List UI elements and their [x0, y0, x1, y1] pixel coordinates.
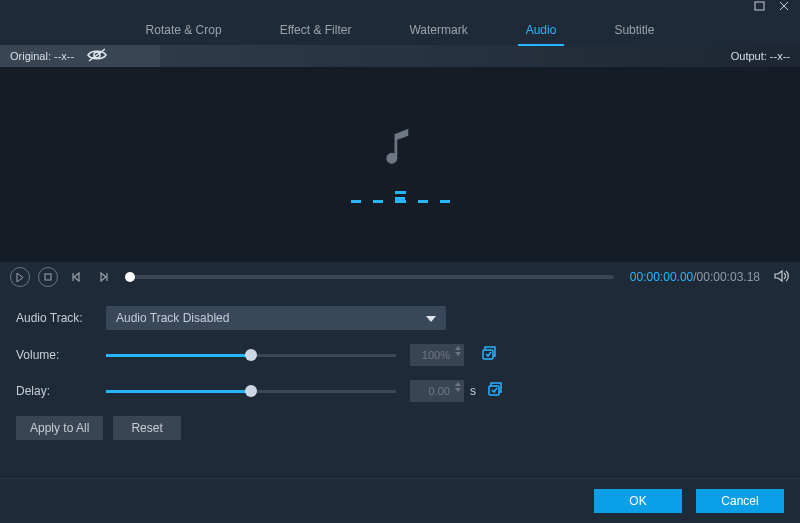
controls-panel: Audio Track: Audio Track Disabled Volume…: [0, 292, 800, 450]
time-current: 00:00:00.00: [630, 270, 693, 284]
volume-slider[interactable]: [106, 349, 396, 361]
svg-rect-5: [45, 274, 51, 280]
delay-label: Delay:: [16, 384, 106, 398]
equalizer-icon: [351, 189, 450, 203]
tab-effect-filter[interactable]: Effect & Filter: [280, 23, 352, 45]
audio-track-select[interactable]: Audio Track Disabled: [106, 306, 446, 330]
window-controls: [0, 0, 800, 15]
footer: OK Cancel: [0, 478, 800, 523]
svg-rect-8: [483, 350, 493, 359]
play-button[interactable]: [10, 267, 30, 287]
delay-up[interactable]: [455, 382, 461, 386]
delay-reset-icon[interactable]: [486, 382, 502, 401]
tab-bar: Rotate & Crop Effect & Filter Watermark …: [0, 15, 800, 45]
delay-value-box[interactable]: 0.00: [410, 380, 464, 402]
volume-up[interactable]: [455, 346, 461, 350]
transport-bar: 00:00:00.00/00:00:03.18: [0, 262, 800, 292]
volume-label: Volume:: [16, 348, 106, 362]
scrub-bar[interactable]: [130, 275, 614, 279]
tab-rotate-crop[interactable]: Rotate & Crop: [146, 23, 222, 45]
delay-down[interactable]: [455, 388, 461, 392]
volume-icon[interactable]: [774, 269, 790, 286]
audio-track-value: Audio Track Disabled: [116, 311, 229, 325]
prev-button[interactable]: [66, 267, 86, 287]
delay-value: 0.00: [429, 385, 450, 397]
close-icon[interactable]: [778, 0, 790, 15]
audio-track-label: Audio Track:: [16, 311, 106, 325]
svg-rect-0: [755, 2, 764, 10]
time-display: 00:00:00.00/00:00:03.18: [630, 270, 760, 284]
tab-audio[interactable]: Audio: [526, 23, 557, 45]
tab-subtitle[interactable]: Subtitle: [614, 23, 654, 45]
info-bar: Original: --x-- Output: --x--: [0, 45, 800, 67]
next-button[interactable]: [94, 267, 114, 287]
chevron-down-icon: [426, 311, 436, 325]
reset-button[interactable]: Reset: [113, 416, 180, 440]
delay-slider[interactable]: [106, 385, 396, 397]
preview-toggle-icon[interactable]: [86, 48, 108, 64]
stop-button[interactable]: [38, 267, 58, 287]
tab-watermark[interactable]: Watermark: [409, 23, 467, 45]
output-dimensions: Output: --x--: [731, 50, 790, 62]
volume-reset-icon[interactable]: [480, 346, 496, 365]
apply-to-all-button[interactable]: Apply to All: [16, 416, 103, 440]
maximize-icon[interactable]: [754, 0, 766, 15]
delay-unit: s: [470, 384, 476, 398]
ok-button[interactable]: OK: [594, 489, 682, 513]
time-total: 00:00:03.18: [697, 270, 760, 284]
cancel-button[interactable]: Cancel: [696, 489, 784, 513]
svg-rect-9: [489, 386, 499, 395]
volume-value: 100%: [422, 349, 450, 361]
preview-pane: [0, 67, 800, 262]
volume-value-box[interactable]: 100%: [410, 344, 464, 366]
volume-down[interactable]: [455, 352, 461, 356]
original-dimensions: Original: --x--: [10, 50, 74, 62]
music-note-icon: [383, 126, 417, 173]
